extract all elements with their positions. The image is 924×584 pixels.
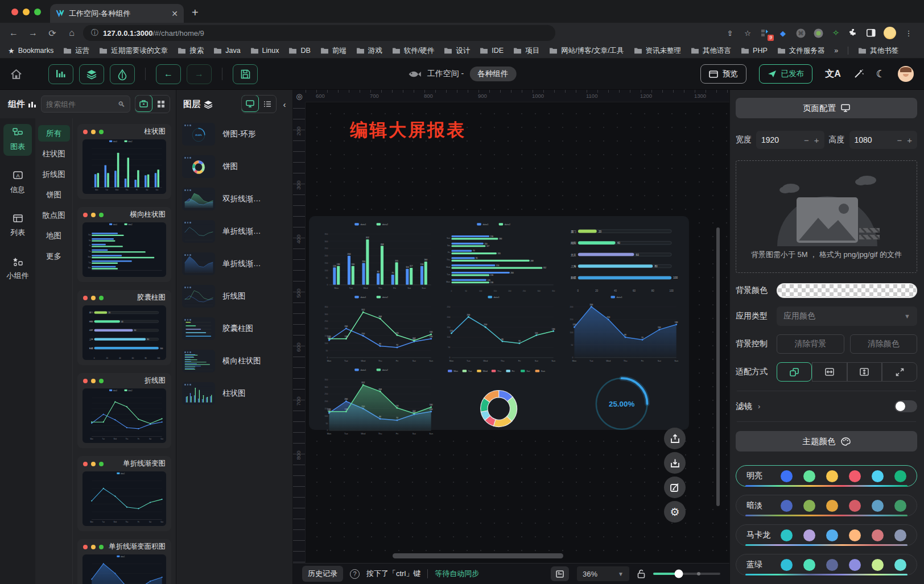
fit-height-button[interactable] (847, 362, 882, 382)
window-zoom-button[interactable] (34, 9, 41, 15)
canvas-chart-line[interactable]: data1data2350300250200150100500MonTueWed… (316, 295, 437, 366)
dashboard-panel[interactable]: data1data2350300250200150100500MonTueWed… (309, 216, 689, 430)
theme-color-dot[interactable] (894, 470, 906, 482)
theme-row-蓝绿[interactable]: 蓝绿 (736, 554, 917, 575)
clear-background-button[interactable]: 清除背景 (777, 334, 844, 354)
browser-menu-icon[interactable]: ⋮ (904, 28, 914, 38)
canvas-horizontal-scrollbar[interactable] (393, 553, 563, 558)
theme-color-dot[interactable] (803, 559, 815, 571)
theme-row-马卡龙[interactable]: 马卡龙 (736, 524, 917, 546)
reload-icon[interactable]: ⟳ (44, 28, 60, 39)
component-card[interactable]: 单折线渐变图data1MonTueWedThuFriSatSun (77, 456, 171, 531)
theme-color-dot[interactable] (849, 500, 861, 512)
theme-color-dot[interactable] (826, 500, 838, 512)
category-地图[interactable]: 地图 (38, 227, 70, 244)
theme-row-明亮[interactable]: 明亮 (736, 465, 917, 487)
theme-color-dot[interactable] (872, 470, 884, 482)
bookmark-folder[interactable]: 游戏 (356, 46, 382, 56)
width-plus-button[interactable]: + (814, 135, 819, 145)
share-icon[interactable]: ⇧ (725, 28, 735, 38)
chevron-right-icon[interactable]: › (758, 402, 760, 411)
bookmark-folder[interactable]: IDE (480, 47, 504, 55)
theme-color-dot[interactable] (894, 529, 906, 541)
canvas-chart-gradient-area[interactable]: data1200150100500MonTueWedThuFriSatSun12… (561, 295, 682, 366)
theme-color-header[interactable]: 主题颜色 (736, 431, 917, 452)
category-折线图[interactable]: 折线图 (38, 166, 70, 183)
download-button[interactable] (664, 452, 686, 474)
translate-icon[interactable]: 文A (825, 68, 841, 80)
thumbnail-view-button[interactable] (241, 95, 259, 112)
theme-row-暗淡[interactable]: 暗淡 (736, 495, 917, 516)
bookmark-folder[interactable]: 前端 (320, 46, 346, 56)
help-icon[interactable]: ? (350, 569, 360, 579)
extensions-puzzle-icon[interactable] (848, 28, 859, 38)
sidebar-tab-小组件[interactable]: 小组件 (3, 253, 32, 285)
component-card[interactable]: 折线图data1data2MonTueWedThuFriSatSun (77, 373, 171, 448)
layer-item[interactable]: 25.00%饼图-环形 (182, 123, 287, 146)
window-close-button[interactable] (11, 9, 18, 15)
canvas-chart-hbar[interactable]: data1data2Mon120130Tue200130Wed150312Thu… (438, 222, 559, 293)
width-value[interactable]: 1920 (761, 135, 799, 144)
collapse-panel-chevron[interactable]: ‹ (280, 100, 289, 109)
fit-scale-button[interactable] (777, 362, 812, 382)
canvas-chart-bar[interactable]: data1data2350300250200150100500MonTueWed… (316, 222, 437, 293)
canvas-area[interactable]: 6007008009001000110012001300 20030040050… (293, 90, 729, 584)
redo-button[interactable]: → (187, 64, 212, 84)
magic-wand-icon[interactable] (853, 69, 864, 79)
back-icon[interactable]: ← (6, 28, 22, 38)
bookmark-folder[interactable]: Java (213, 47, 240, 55)
canvas-chart-double-line[interactable]: data1data2350300250200150100500MonTueWed… (316, 367, 437, 439)
fit-width-button[interactable] (812, 362, 847, 382)
extension-record-icon[interactable] (813, 28, 823, 38)
theme-color-dot[interactable] (826, 559, 838, 571)
theme-color-dot[interactable] (894, 500, 906, 512)
layer-item[interactable]: 单折线渐… (182, 252, 287, 275)
app-type-select[interactable]: 应用颜色 ▼ (777, 307, 917, 326)
canvas-text-title[interactable]: 编辑大屏报表 (350, 118, 466, 142)
bookmark-folder[interactable]: 设计 (444, 46, 470, 56)
bookmark-folder[interactable]: 资讯未整理 (634, 46, 682, 56)
layer-item[interactable]: 胶囊柱图 (182, 317, 287, 340)
width-stepper[interactable]: 1920 − + (756, 131, 824, 149)
other-bookmarks[interactable]: 其他书签 (858, 46, 898, 56)
width-minus-button[interactable]: − (804, 135, 809, 145)
layer-item[interactable]: 饼图 (182, 155, 287, 178)
app-home-icon[interactable] (10, 69, 22, 80)
category-柱状图[interactable]: 柱状图 (38, 146, 70, 162)
site-info-icon[interactable]: ⓘ (91, 28, 98, 38)
theme-color-dot[interactable] (872, 500, 884, 512)
theme-color-dot[interactable] (872, 529, 884, 541)
project-name-pill[interactable]: 各种组件 (469, 67, 516, 81)
component-card[interactable]: 横向柱状图data1data2MonTueWedThuFriSatSun (77, 207, 171, 282)
url-bar[interactable]: ⓘ 127.0.0.1:3000/#/chart/home/9 (83, 25, 555, 41)
search-input[interactable] (46, 100, 116, 109)
theme-color-dot[interactable] (872, 559, 884, 571)
bookmark-folder[interactable]: 文件服务器 (777, 46, 825, 56)
theme-color-dot[interactable] (781, 500, 793, 512)
background-upload-dropzone[interactable]: 背景图需小于 5M ， 格式为 png/jpg/gif 的文件 (736, 160, 917, 273)
settings-button[interactable]: ⚙︎ (664, 501, 686, 523)
bookmarks-overflow-chevron[interactable]: » (834, 47, 838, 55)
bookmark-folder[interactable]: Linux (250, 47, 279, 55)
user-avatar[interactable] (898, 66, 914, 82)
height-value[interactable]: 1080 (855, 135, 892, 144)
bookmark-star-icon[interactable]: ☆ (742, 28, 753, 38)
bookmarks-root[interactable]: ★ Bookmarks (8, 47, 53, 55)
canvas-vertical-scrollbar[interactable] (716, 227, 720, 506)
bookmark-folder[interactable]: 搜索 (178, 46, 204, 56)
zoom-slider[interactable] (653, 573, 720, 575)
height-plus-button[interactable]: + (907, 135, 912, 145)
height-minus-button[interactable]: − (897, 135, 902, 145)
sidebar-toggle-icon[interactable] (866, 28, 876, 38)
notes-button[interactable] (551, 566, 569, 581)
publish-button[interactable]: 已发布 (759, 64, 813, 84)
theme-color-dot[interactable] (803, 500, 815, 512)
component-card[interactable]: 柱状图data1data2MonTueWedThuFriSatSun (77, 124, 171, 199)
component-card[interactable]: 胶囊柱图厦门20南阳40北京60上海80新疆100020406080100 (77, 290, 171, 365)
bookmark-folder[interactable]: DB (288, 47, 310, 55)
undo-button[interactable]: ← (156, 64, 181, 84)
category-饼图[interactable]: 饼图 (38, 187, 70, 203)
sidebar-tab-列表[interactable]: 列表 (3, 210, 32, 242)
clear-color-button[interactable]: 清除颜色 (850, 334, 918, 354)
browser-profile-avatar[interactable] (884, 27, 896, 39)
